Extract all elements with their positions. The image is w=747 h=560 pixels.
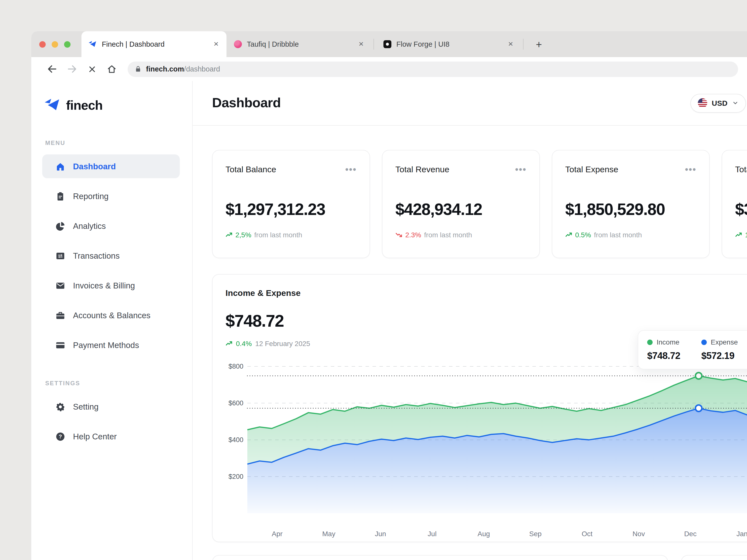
chart-date: 12 February 2025	[255, 340, 310, 348]
settings-section-label: SETTINGS	[45, 380, 180, 387]
minimize-window-button[interactable]	[52, 41, 58, 47]
stat-card-total-expense: Total Expense•••$1,850,529.800.5%from la…	[552, 150, 710, 258]
more-options-icon[interactable]: •••	[345, 164, 357, 175]
stat-delta: 1,3	[735, 231, 747, 239]
browser-tab-3[interactable]: Flow Forge | UI8×	[376, 31, 521, 57]
sidebar-item-help-center[interactable]: ?Help Center	[42, 424, 180, 448]
chart-value: $748.72	[226, 311, 747, 331]
sidebar-item-invoices-billing[interactable]: Invoices & Billing	[42, 273, 180, 297]
stat-delta-note: from last month	[594, 231, 642, 239]
menu-item-label: Help Center	[73, 432, 117, 441]
stat-delta: 0.5%from last month	[565, 231, 696, 239]
brand-name: finech	[66, 98, 103, 113]
chart-title: Income & Expense	[226, 289, 747, 298]
legend-label: Expense	[711, 338, 738, 346]
tab-strip: Finech | Dashboard×Taufiq | Dribbble×Flo…	[31, 31, 747, 57]
stat-value: $1,297,312.23	[226, 200, 357, 219]
menu-item-label: Setting	[73, 402, 99, 411]
trend-up-icon	[735, 231, 742, 238]
legend-value-income: $748.72	[647, 350, 694, 362]
payment-icon	[55, 340, 66, 350]
back-button[interactable]	[44, 61, 60, 77]
menu-item-label: Reporting	[73, 191, 108, 201]
us-flag-icon	[698, 98, 707, 108]
stat-delta-percent: 2,5%	[235, 231, 251, 239]
url-text: finech.com/dashboard	[146, 64, 220, 74]
stat-delta: 2,5%from last month	[226, 231, 357, 239]
tab-close-icon[interactable]: ×	[358, 39, 365, 49]
stat-value: $1,850,529.80	[565, 200, 696, 219]
stat-title: Total Expense	[565, 165, 618, 175]
stop-loading-button[interactable]	[84, 61, 100, 77]
main-header: Dashboard USD	[193, 81, 747, 126]
stat-title: Total Balance	[226, 165, 276, 175]
chevron-down-icon	[732, 100, 738, 106]
menu-item-label: Invoices & Billing	[73, 281, 135, 290]
menu-item-label: Analytics	[73, 221, 106, 231]
forward-button[interactable]	[64, 61, 80, 77]
sidebar-item-payment-methods[interactable]: Payment Methods	[42, 333, 180, 357]
home-button[interactable]	[104, 61, 120, 77]
address-bar[interactable]: finech.com/dashboard	[128, 61, 738, 77]
menu-item-label: Accounts & Balances	[73, 311, 151, 320]
sidebar-item-reporting[interactable]: Reporting	[42, 184, 180, 208]
analytics-icon	[55, 221, 66, 231]
sidebar-item-analytics[interactable]: Analytics	[42, 214, 180, 238]
browser-window: Finech | Dashboard×Taufiq | Dribbble×Flo…	[31, 31, 747, 560]
stat-card-total-balance: Total Balance•••$1,297,312.232,5%from la…	[212, 150, 370, 258]
tab-close-icon[interactable]: ×	[212, 39, 220, 49]
menu-item-label: Payment Methods	[73, 340, 139, 350]
stat-delta: 2.3%from last month	[395, 231, 526, 239]
chart-delta-percent: 0.4%	[236, 340, 252, 348]
svg-text:Dec: Dec	[684, 530, 697, 538]
page-title: Dashboard	[212, 95, 281, 111]
sidebar-item-accounts-balances[interactable]: Accounts & Balances	[42, 303, 180, 327]
page-content: finech MENU DashboardReportingAnalyticsT…	[31, 81, 747, 560]
tab-separator	[523, 39, 523, 50]
tab-close-icon[interactable]: ×	[507, 39, 514, 49]
tab-separator	[374, 39, 374, 50]
svg-text:$400: $400	[229, 436, 243, 444]
report-icon	[55, 191, 66, 201]
settings-list: Setting?Help Center	[42, 395, 180, 448]
dribbble-favicon	[233, 40, 242, 48]
svg-text:Jan: Jan	[736, 530, 747, 538]
bottom-cards-row	[212, 555, 747, 560]
main-area: Dashboard USD Total Balance•••$1,297,312…	[193, 81, 747, 560]
chart-tooltip: IncomeExpense $748.72$572.19	[638, 330, 747, 369]
svg-text:?: ?	[59, 433, 62, 439]
legend-item-expense: Expense	[701, 338, 747, 346]
svg-text:$200: $200	[229, 473, 243, 480]
currency-selector[interactable]: USD	[690, 94, 746, 112]
browser-tab-1[interactable]: Finech | Dashboard×	[81, 31, 227, 57]
stat-delta-percent: 2.3%	[405, 231, 421, 239]
tab-title: Flow Forge | UI8	[396, 40, 502, 48]
more-options-icon[interactable]: •••	[685, 164, 696, 175]
stat-card-total-revenue: Total Revenue•••$428,934.122.3%from last…	[382, 150, 540, 258]
sidebar-item-transactions[interactable]: Transactions	[42, 244, 180, 268]
new-tab-button[interactable]: +	[533, 39, 545, 51]
svg-text:Jul: Jul	[428, 530, 437, 538]
finech-logo: finech	[42, 96, 180, 115]
legend-value-expense: $572.19	[701, 350, 747, 362]
tab-title: Finech | Dashboard	[102, 40, 208, 48]
stat-cards-row: Total Balance•••$1,297,312.232,5%from la…	[212, 150, 747, 258]
gear-icon	[55, 401, 66, 412]
stat-delta-percent: 0.5%	[575, 231, 591, 239]
stat-title: Total	[735, 165, 747, 175]
transactions-icon	[55, 250, 66, 261]
close-window-button[interactable]	[39, 41, 46, 47]
zoom-window-button[interactable]	[64, 41, 71, 47]
income-expense-card: Income & Expense $748.72 0.4% 12 Februar…	[212, 274, 747, 542]
trend-up-icon	[565, 231, 572, 238]
partial-card-right	[681, 555, 747, 560]
header-actions: USD	[690, 93, 747, 113]
sidebar-item-dashboard[interactable]: Dashboard	[42, 154, 180, 178]
income-expense-chart[interactable]: $200$400$600$800AprMayJunJulAugSepOctNov…	[226, 351, 747, 540]
sidebar-item-setting[interactable]: Setting	[42, 395, 180, 419]
browser-tab-2[interactable]: Taufiq | Dribbble×	[227, 31, 371, 57]
invoice-icon	[55, 280, 66, 291]
tab-title: Taufiq | Dribbble	[247, 40, 353, 48]
trend-up-icon	[226, 231, 232, 238]
more-options-icon[interactable]: •••	[515, 164, 526, 175]
